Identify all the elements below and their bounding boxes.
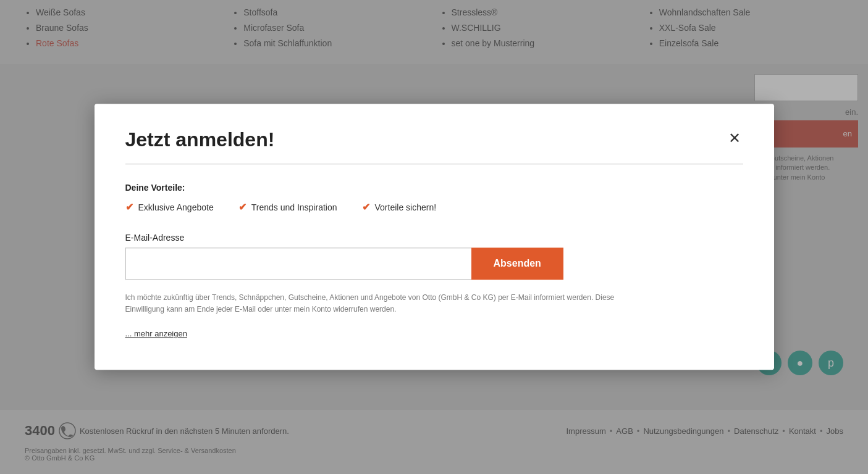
signup-modal: Jetzt anmelden! ✕ Deine Vorteile: ✔ Exkl… [95, 104, 774, 370]
checkmark-icon-2: ✔ [238, 201, 246, 213]
email-label: E-Mail-Adresse [125, 233, 743, 243]
checkmark-icon-3: ✔ [362, 201, 370, 213]
benefit-item-1: ✔ Exklusive Angebote [125, 201, 214, 213]
checkmark-icon-1: ✔ [125, 201, 133, 213]
email-input[interactable] [125, 247, 471, 280]
modal-divider [125, 164, 743, 164]
benefit-text-1: Exklusive Angebote [138, 202, 214, 212]
email-row: Absenden [125, 247, 743, 280]
submit-button[interactable]: Absenden [471, 247, 563, 280]
legal-text: Ich möchte zukünftig über Trends, Schnäp… [125, 292, 620, 315]
benefits-list: ✔ Exklusive Angebote ✔ Trends und Inspir… [125, 201, 743, 213]
benefits-heading: Deine Vorteile: [125, 183, 743, 193]
benefit-text-2: Trends und Inspiration [251, 202, 337, 212]
modal-close-button[interactable]: ✕ [726, 128, 743, 148]
close-icon: ✕ [728, 130, 741, 146]
benefit-text-3: Vorteile sichern! [375, 202, 437, 212]
modal-header: Jetzt anmelden! ✕ [125, 128, 743, 151]
benefit-item-3: ✔ Vorteile sichern! [362, 201, 437, 213]
modal-title: Jetzt anmelden! [125, 128, 275, 151]
more-link-button[interactable]: ... mehr anzeigen [125, 330, 187, 339]
benefit-item-2: ✔ Trends und Inspiration [238, 201, 337, 213]
